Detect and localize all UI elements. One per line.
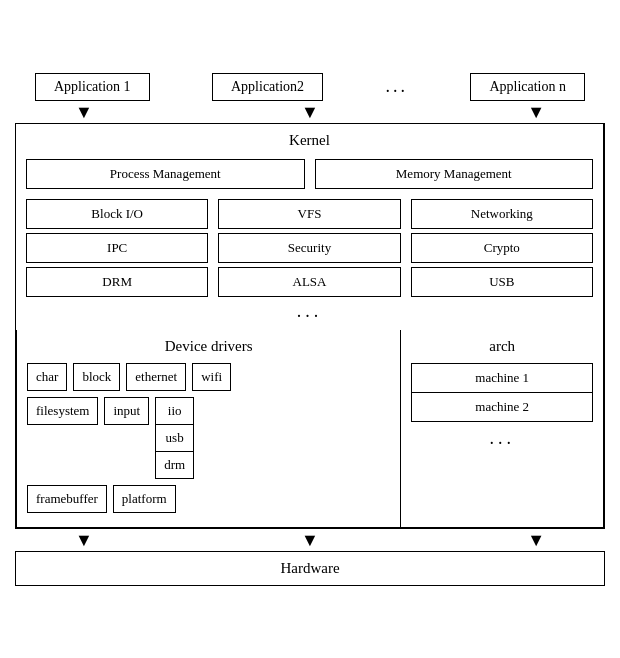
app2-box: Application2	[212, 73, 323, 101]
diagram: Application 1 Application2 ... Applicati…	[15, 73, 605, 586]
apps-row: Application 1 Application2 ... Applicati…	[15, 73, 605, 101]
alsa-box: ALSA	[218, 267, 400, 297]
bottom-area: Device drivers char block ethernet wifi …	[16, 330, 604, 528]
input-box: input	[104, 397, 149, 425]
device-drivers-section: Device drivers char block ethernet wifi …	[17, 330, 401, 527]
top-arrows: ▼ ▼ ▼	[15, 103, 605, 121]
drm-box: DRM	[26, 267, 208, 297]
appn-box: Application n	[470, 73, 585, 101]
apps-dots: ...	[386, 76, 409, 97]
process-management-box: Process Management	[26, 159, 305, 189]
crypto-box: Crypto	[411, 233, 593, 263]
block-box: block	[73, 363, 120, 391]
device-drivers-title: Device drivers	[27, 338, 390, 355]
iio-box: iio	[155, 397, 194, 424]
networking-box: Networking	[411, 199, 593, 229]
char-box: char	[27, 363, 67, 391]
platform-box: platform	[113, 485, 176, 513]
dd-row2: filesystem input iio usb drm	[27, 397, 390, 479]
filesystem-box: filesystem	[27, 397, 98, 425]
hardware-box: Hardware	[15, 551, 605, 586]
app1-box: Application 1	[35, 73, 150, 101]
arrow-bottom-center: ▼	[301, 531, 319, 549]
usb-box: USB	[411, 267, 593, 297]
block-io-box: Block I/O	[26, 199, 208, 229]
usb-stacked-box: usb	[155, 424, 194, 451]
framebuffer-box: framebuffer	[27, 485, 107, 513]
kernel-row4: DRM ALSA USB	[26, 267, 593, 297]
kernel-dots: ...	[26, 301, 593, 322]
bottom-arrows: ▼ ▼ ▼	[15, 531, 605, 549]
arch-title: arch	[411, 338, 593, 355]
machine1-box: machine 1	[412, 364, 592, 393]
security-box: Security	[218, 233, 400, 263]
kernel-title: Kernel	[26, 132, 593, 149]
kernel-outer: Kernel Process Management Memory Managem…	[15, 123, 605, 529]
stacked-group: iio usb drm	[155, 397, 194, 479]
wifi-box: wifi	[192, 363, 231, 391]
arrow-app2: ▼	[301, 103, 319, 121]
ethernet-box: ethernet	[126, 363, 186, 391]
arch-section: arch machine 1 machine 2 ...	[401, 330, 603, 527]
ipc-box: IPC	[26, 233, 208, 263]
arrow-bottom-left: ▼	[75, 531, 93, 549]
drm-stacked-box: drm	[155, 451, 194, 479]
vfs-box: VFS	[218, 199, 400, 229]
kernel-row2: Block I/O VFS Networking	[26, 199, 593, 229]
arrow-bottom-right: ▼	[527, 531, 545, 549]
machine2-box: machine 2	[412, 393, 592, 421]
dd-row1: char block ethernet wifi	[27, 363, 390, 391]
arrow-app1: ▼	[75, 103, 93, 121]
memory-management-box: Memory Management	[315, 159, 594, 189]
arrow-appn: ▼	[527, 103, 545, 121]
arch-dots: ...	[411, 428, 593, 449]
kernel-row1: Process Management Memory Management	[26, 159, 593, 189]
arch-machines: machine 1 machine 2	[411, 363, 593, 422]
dd-row3: framebuffer platform	[27, 485, 390, 513]
kernel-section: Kernel Process Management Memory Managem…	[16, 124, 604, 330]
kernel-row3: IPC Security Crypto	[26, 233, 593, 263]
